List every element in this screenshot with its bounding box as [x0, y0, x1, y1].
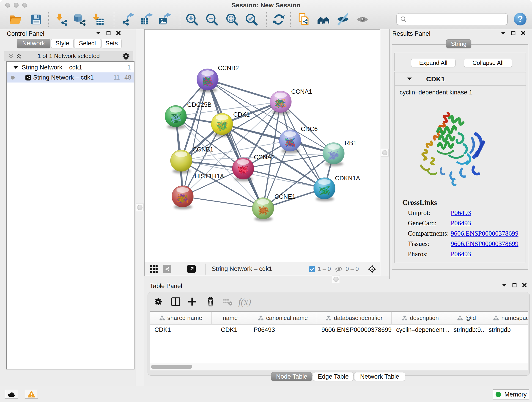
- zoom-in-button[interactable]: [185, 12, 199, 27]
- warnings-button[interactable]: [25, 390, 38, 399]
- tab-style[interactable]: Style: [51, 39, 74, 48]
- cdk1-section-header[interactable]: CDK1: [394, 72, 526, 85]
- node-RB1[interactable]: RB1: [323, 140, 357, 166]
- splitter-handle[interactable]: [136, 204, 144, 211]
- panel-float-icon[interactable]: [512, 283, 517, 287]
- column-header-database-identifier[interactable]: database identifier: [317, 312, 392, 324]
- expand-all-button[interactable]: Expand All: [411, 59, 456, 67]
- zoom-out-button[interactable]: [205, 12, 219, 27]
- panel-close-icon[interactable]: [116, 31, 121, 35]
- network-graph[interactable]: CCNB2CCNA1CDC25BCDK1CDC6RB1CCNB1CCNA2CDK…: [145, 30, 380, 262]
- crosslink-link[interactable]: 9606.ENSP00000378699: [451, 240, 519, 248]
- cloud-button[interactable]: [5, 390, 18, 399]
- view-toolbar-divider: [363, 264, 363, 274]
- splitter-handle[interactable]: [381, 149, 389, 157]
- node-CDC25B[interactable]: CDC25B: [165, 101, 212, 129]
- node-CCNA1[interactable]: CCNA1: [270, 88, 312, 115]
- table-cell[interactable]: CDK1: [212, 325, 249, 335]
- panel-float-icon[interactable]: [511, 31, 515, 35]
- help-button[interactable]: ?: [514, 13, 526, 26]
- zoom-selected-button[interactable]: [244, 12, 259, 27]
- table-row[interactable]: CDK1CDK1P064939606.ENSP00000378699cyclin…: [150, 325, 528, 335]
- crosslink-link[interactable]: P06493: [451, 250, 471, 258]
- network-edge[interactable]: [208, 80, 281, 102]
- table-cell[interactable]: stringdb:9...: [449, 325, 484, 335]
- tab-network-table[interactable]: Network Table: [354, 372, 405, 381]
- open-session-button[interactable]: [8, 12, 22, 27]
- column-header--id[interactable]: @id: [449, 312, 484, 324]
- network-options-gear-icon[interactable]: [121, 51, 131, 61]
- panel-menu-icon[interactable]: [96, 32, 101, 35]
- panel-menu-icon[interactable]: [502, 283, 507, 287]
- horizontal-scrollbar[interactable]: [150, 363, 528, 370]
- tab-network[interactable]: Network: [17, 39, 51, 48]
- zoom-fit-button[interactable]: [225, 12, 239, 27]
- copy-network-button[interactable]: [297, 12, 311, 27]
- column-header-shared-name[interactable]: shared name: [150, 312, 212, 324]
- table-cell[interactable]: P06493: [249, 325, 317, 335]
- show-all-button[interactable]: [355, 12, 370, 27]
- scrollbar-thumb[interactable]: [151, 365, 192, 369]
- collapse-all-button[interactable]: Collapse All: [464, 59, 512, 67]
- column-header-canonical-name[interactable]: canonical name: [249, 312, 317, 324]
- section-expander-icon[interactable]: [407, 77, 412, 80]
- tab-sets[interactable]: Sets: [101, 39, 122, 48]
- panel-close-icon[interactable]: [521, 31, 526, 35]
- panel-menu-icon[interactable]: [500, 32, 506, 35]
- show-columns-button[interactable]: [169, 294, 182, 309]
- import-network-file-button[interactable]: [54, 12, 69, 27]
- search-input[interactable]: [407, 16, 499, 23]
- crosslink-link[interactable]: 9606.ENSP00000378699: [451, 230, 519, 237]
- export-table-button[interactable]: [139, 12, 154, 27]
- column-header-description[interactable]: description: [392, 312, 449, 324]
- network-row[interactable]: String Network – cdk1 11 48: [7, 72, 134, 83]
- import-network-database-button[interactable]: [72, 12, 87, 27]
- delete-column-button[interactable]: [204, 294, 217, 309]
- vertical-splitter-right[interactable]: [380, 29, 389, 276]
- network-collection-row[interactable]: String Network – cdk1 1: [7, 62, 134, 72]
- hidden-eye-icon[interactable]: [335, 266, 343, 272]
- node-CCNB2[interactable]: CCNB2: [197, 65, 239, 92]
- table-cell[interactable]: cyclin–dependent ...: [392, 325, 449, 335]
- search-field[interactable]: [396, 13, 508, 25]
- network-edge[interactable]: [183, 196, 263, 208]
- function-builder-button[interactable]: f(x): [237, 294, 253, 309]
- tab-node-table[interactable]: Node Table: [271, 372, 312, 381]
- selected-checkbox-icon[interactable]: [309, 266, 315, 272]
- tree-expander-icon[interactable]: [13, 65, 19, 69]
- crosshair-icon[interactable]: [368, 265, 376, 274]
- export-image-button[interactable]: [158, 12, 172, 27]
- column-header-name[interactable]: name: [212, 312, 249, 324]
- node-CDC6[interactable]: CDC6: [279, 126, 318, 153]
- tab-select[interactable]: Select: [74, 39, 101, 48]
- birdseye-grid-icon[interactable]: [150, 265, 158, 273]
- crosslink-link[interactable]: P06493: [451, 219, 471, 227]
- network-canvas[interactable]: CCNB2CCNA1CDC25BCDK1CDC6RB1CCNB1CCNA2CDK…: [144, 29, 380, 276]
- panel-float-icon[interactable]: [106, 31, 111, 35]
- save-session-button[interactable]: [29, 12, 44, 27]
- column-header-namespace[interactable]: namespace: [484, 312, 528, 324]
- crosslink-link[interactable]: P06493: [451, 209, 471, 217]
- node-table[interactable]: shared namenamecanonical namedatabase id…: [150, 312, 528, 370]
- tab-edge-table[interactable]: Edge Table: [313, 372, 354, 381]
- eye-icon: [355, 12, 370, 27]
- table-cell[interactable]: 9606.ENSP00000378699: [317, 325, 392, 335]
- table-cell[interactable]: CDK1: [150, 325, 212, 335]
- hide-selected-button[interactable]: [336, 12, 350, 27]
- delete-table-button[interactable]: [221, 294, 234, 309]
- node-HIST1H1A[interactable]: HIST1H1A: [172, 173, 224, 209]
- table-cell[interactable]: stringdb: [484, 325, 528, 335]
- open-in-new-badge[interactable]: [187, 265, 196, 273]
- tab-string[interactable]: String: [446, 39, 471, 48]
- add-column-button[interactable]: [186, 294, 199, 309]
- node-CDKN1A[interactable]: CDKN1A: [314, 175, 360, 201]
- new-network-button[interactable]: [121, 12, 136, 27]
- panel-close-icon[interactable]: [522, 283, 527, 287]
- refresh-button[interactable]: [271, 12, 286, 27]
- table-options-button[interactable]: [152, 294, 165, 309]
- first-neighbors-button[interactable]: [316, 12, 331, 27]
- memory-button[interactable]: Memory: [493, 389, 529, 400]
- share-network-badge[interactable]: [163, 265, 171, 273]
- import-table-button[interactable]: [90, 12, 105, 27]
- crosslink-label: Compartments:: [408, 230, 449, 237]
